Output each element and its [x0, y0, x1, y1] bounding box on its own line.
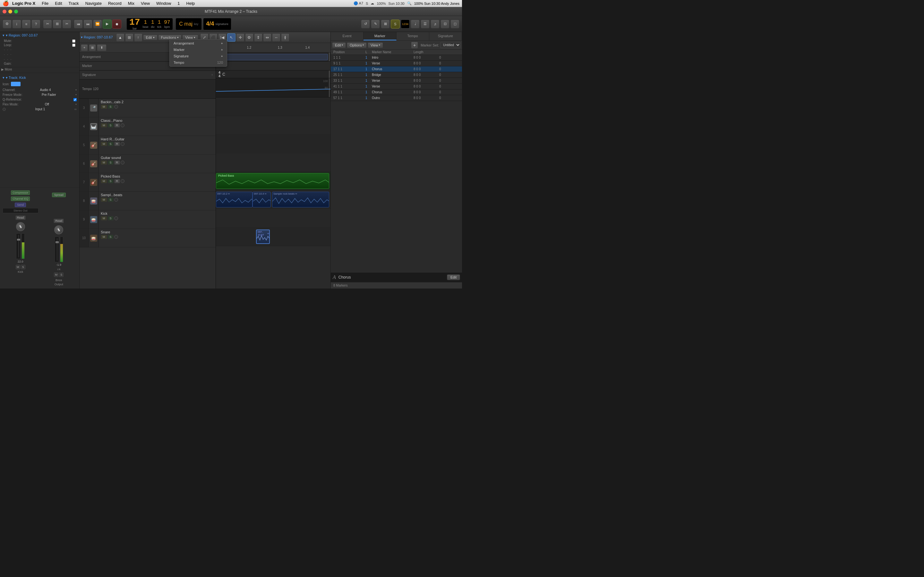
text-edit-btn[interactable]: Edit [447, 274, 460, 280]
loop-checkbox[interactable] [72, 44, 75, 47]
mute-btn-9[interactable]: M [101, 216, 107, 221]
signature-display[interactable]: 4/4 signature [203, 18, 231, 30]
metronome-btn[interactable]: ♩ [411, 19, 420, 29]
freeze-mode-arrow[interactable]: ▾ [75, 93, 77, 96]
goto-start-btn[interactable]: ⏪ [93, 19, 102, 29]
marker-row-bridge[interactable]: 25 1 1 1 Bridge 8 0 0 0 [331, 72, 462, 78]
menu-edit[interactable]: Edit [53, 0, 63, 6]
kick-pan-knob[interactable] [16, 222, 25, 231]
replace-btn[interactable]: ⊠ [381, 19, 390, 29]
toolbar-help-btn[interactable]: ? [31, 19, 40, 29]
marker-row-verse-2[interactable]: 33 1 1 1 Verse 8 0 0 0 [331, 78, 462, 84]
read-btn-left[interactable]: Read [15, 215, 26, 220]
sig-add-icon[interactable]: + [211, 73, 213, 77]
minimize-button[interactable] [8, 10, 12, 13]
arm-btn-6[interactable] [121, 161, 124, 164]
record-btn-6[interactable]: R [114, 160, 120, 165]
rewind-btn[interactable]: ⏮ [74, 19, 83, 29]
mute-btn-4[interactable]: M [101, 123, 107, 127]
kick-s-btn[interactable]: S [21, 265, 25, 269]
record-btn-4[interactable]: R [114, 123, 120, 127]
more-button[interactable]: ▶ More [1, 68, 12, 71]
tab-marker[interactable]: Marker [363, 32, 396, 40]
output-fader[interactable] [55, 237, 59, 262]
marker-row-outro[interactable]: 57 1 1 1 Outro 8 0 0 0 [331, 95, 462, 101]
close-button[interactable] [3, 10, 6, 13]
marker-row-verse-1[interactable]: 9 1 1 1 Verse 8 0 0 0 [331, 61, 462, 66]
cycle-btn[interactable]: ↺ [361, 19, 370, 29]
sample-beats-region-2[interactable]: 097-10.4 ∞ [252, 192, 271, 207]
marker-set-select[interactable]: Untitled [440, 42, 461, 48]
event-edit-btn[interactable]: Edit [332, 42, 346, 48]
mute-btn-7[interactable]: M [101, 179, 107, 183]
dropdown-item-signature[interactable]: Signature + [170, 53, 227, 59]
piano-btn[interactable]: ◻ [451, 19, 459, 29]
add-folder-btn[interactable]: ⊞ [89, 44, 96, 51]
solo-btn[interactable]: S [391, 19, 400, 29]
compressor-btn[interactable]: Compressor [11, 190, 30, 195]
send-btn-left[interactable]: Send [15, 203, 26, 207]
move-btn[interactable]: ✛ [236, 33, 244, 42]
arm-btn-9[interactable] [114, 216, 118, 220]
toolbar-grid-btn[interactable]: ⊞ [125, 33, 134, 42]
solo-btn-6[interactable]: S [108, 160, 113, 165]
track-display-btn[interactable]: ⬆ [97, 44, 107, 51]
marker-row-verse-3[interactable]: 41 1 1 1 Verse 8 0 0 0 [331, 84, 462, 89]
maximize-button[interactable] [14, 10, 18, 13]
read-btn-right[interactable]: Read [53, 219, 64, 223]
solo-btn-8[interactable]: S [108, 197, 113, 202]
tab-event[interactable]: Event [331, 32, 363, 40]
edit-btn[interactable]: Edit [143, 35, 158, 40]
mute-btn-6[interactable]: M [101, 160, 107, 165]
event-view-btn[interactable]: View [368, 42, 383, 48]
play-btn[interactable]: ▶ [103, 19, 111, 29]
solo-btn-4[interactable]: S [108, 123, 113, 127]
toolbar-up-btn[interactable]: ▲ [116, 33, 124, 42]
arm-btn-7[interactable] [121, 179, 124, 183]
div-display[interactable]: 1 [151, 19, 154, 25]
apple-logo[interactable]: 🍎 [3, 0, 9, 6]
flex-mode-arrow[interactable]: ▾ [75, 103, 77, 106]
marker-row-chorus-1[interactable]: 17 1 1 1 Chorus 8 0 0 0 [331, 66, 462, 72]
fast-forward-btn[interactable]: ⏭ [83, 19, 92, 29]
event-options-btn[interactable]: Options [347, 42, 367, 48]
spread-btn[interactable]: Spread [52, 193, 66, 197]
score-btn[interactable]: ♬ [431, 19, 439, 29]
count-btn[interactable]: 1234 [401, 19, 410, 29]
record-btn-5[interactable]: R [114, 142, 120, 146]
region-inspector-title[interactable]: ▾ ▾ Region: 097-10.67 [3, 33, 77, 37]
picked-bass-region[interactable]: Picked Bass [216, 173, 329, 189]
kick-fader[interactable] [16, 234, 21, 259]
record-btn-3[interactable] [114, 105, 118, 109]
menu-window[interactable]: Window [155, 0, 172, 6]
menu-record[interactable]: Record [107, 0, 123, 6]
arm-btn-8[interactable] [114, 198, 118, 201]
marker-row-chorus-2[interactable]: 49 1 1 1 Chorus 8 0 0 0 [331, 89, 462, 95]
sample-beats-region-3[interactable]: Sample rock beats ∞ [272, 192, 329, 207]
add-track-btn[interactable]: + [81, 44, 88, 51]
snare-region[interactable]: 097-10.67 ∞ [256, 229, 270, 244]
record-btn-7[interactable]: R [114, 179, 120, 183]
tab-signature[interactable]: Signature [429, 32, 462, 40]
bar-display[interactable]: 17 [129, 18, 140, 27]
select-btn[interactable]: ↖ [227, 33, 236, 42]
menu-navigate[interactable]: Navigate [84, 0, 103, 6]
menu-help[interactable]: Help [185, 0, 196, 6]
autopunch-btn[interactable]: ✎ [371, 19, 380, 29]
menu-1[interactable]: 1 [176, 0, 181, 6]
record-btn[interactable]: ⏺ [112, 19, 121, 29]
mute-btn-3[interactable]: M [101, 105, 107, 109]
add-marker-btn[interactable]: + [411, 42, 418, 49]
fader-thumb[interactable] [17, 239, 20, 241]
dropdown-item-arrangement[interactable]: Arrangement + [170, 40, 227, 47]
toolbar-mixer-btn[interactable]: ⊞ [53, 19, 61, 29]
solo-btn-7[interactable]: S [108, 179, 113, 183]
mute-btn-10[interactable]: M [101, 235, 107, 239]
solo-btn-9[interactable]: S [108, 216, 113, 221]
arm-btn-5[interactable] [121, 142, 124, 146]
zoom-horiz-btn[interactable]: ⇔ [263, 33, 271, 42]
toolbar-info-btn[interactable]: i [12, 19, 21, 29]
mute-btn-8[interactable]: M [101, 197, 107, 202]
toolbar-cut-btn[interactable]: ✂ [62, 19, 71, 29]
auto-btn[interactable]: ↔ [272, 33, 280, 42]
